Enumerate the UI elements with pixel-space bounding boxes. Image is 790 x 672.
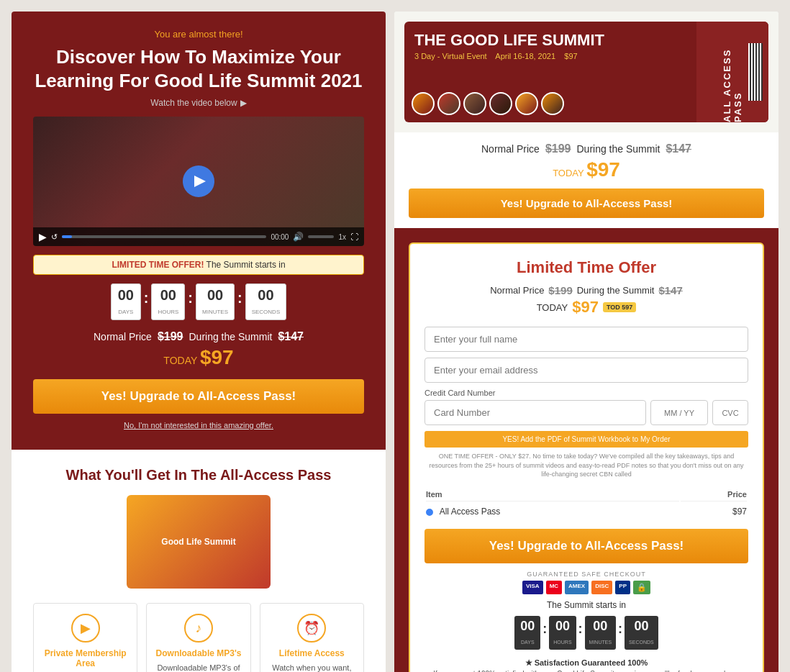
replay-icon[interactable]: ↺ xyxy=(51,232,58,242)
visa-icon: VISA xyxy=(522,581,543,594)
right-pricing-section: Normal Price $199 During the Summit $147… xyxy=(394,132,778,228)
ticket-price: $97 xyxy=(564,52,577,60)
volume-slider[interactable] xyxy=(308,235,334,238)
countdown-hours: 00 HOURS xyxy=(151,283,185,320)
speed-control[interactable]: 1x xyxy=(338,233,346,241)
form-title: Limited Time Offer xyxy=(424,258,748,277)
secure-lock-icon: 🔒 xyxy=(633,581,650,594)
feature-3-title: Lifetime Access xyxy=(266,648,358,658)
paypal-icon: PP xyxy=(615,581,630,594)
cds-sep-3: : xyxy=(618,616,622,650)
order-row: All Access Pass $97 xyxy=(426,503,747,520)
form-pricing: Normal Price $199 During the Summit $147… xyxy=(424,284,748,317)
right-during-price: $147 xyxy=(666,142,691,155)
today-label: TODAY xyxy=(163,355,197,366)
pricing-row-left: Normal Price $199 During the Summit $147 xyxy=(33,330,364,343)
normal-price-value: $199 xyxy=(158,330,183,343)
cc-row xyxy=(424,400,748,425)
right-pricing-row: Normal Price $199 During the Summit $147 xyxy=(409,142,764,155)
cc-exp-input[interactable] xyxy=(650,400,708,425)
countdown-seconds: 00 SECONDS xyxy=(245,283,287,320)
form-today-row: TODAY $97 TOD 597 xyxy=(424,298,748,317)
form-countdown: 00 DAYS : 00 HOURS : 00 MINUTES : 00 SEC… xyxy=(424,616,748,650)
form-today-label: TODAY xyxy=(537,302,568,313)
during-summit-label: During the Summit xyxy=(189,331,272,342)
normal-price-label: Normal Price xyxy=(94,331,152,342)
guarantee-text: If you are not 100% satisfied with your … xyxy=(424,668,748,672)
progress-bar[interactable] xyxy=(62,235,266,238)
watch-video-text: Watch the video below ▶ xyxy=(33,98,364,108)
form-normal-label: Normal Price xyxy=(490,285,544,296)
whats-inside-title: What You'll Get In The All-Access Pass xyxy=(33,467,364,483)
ticket-people xyxy=(412,92,564,115)
form-cd-seconds: 00 SECONDS xyxy=(625,616,658,650)
music-icon: ♪ xyxy=(184,614,213,643)
form-normal-price: $199 xyxy=(548,284,572,296)
form-cd-days: 00 DAYS xyxy=(514,616,540,650)
discover-icon: DISC xyxy=(591,581,612,594)
feature-lifetime: ⏰ Lifetime Access Watch when you want, w… xyxy=(260,603,364,672)
cc-number-input[interactable] xyxy=(424,400,646,425)
right-today-price: TODAY $97 xyxy=(409,158,764,181)
feature-3-desc: Watch when you want, where you want with… xyxy=(266,663,358,672)
video-player[interactable]: ▶ ↺ 00:00 🔊 1x ⛶ xyxy=(33,117,364,246)
amex-icon: AMEX xyxy=(565,581,589,594)
guarantee-title: ★ Satisfaction Guaranteed 100% xyxy=(424,657,748,669)
play-circle-icon: ▶ xyxy=(71,614,100,643)
main-cta-button[interactable]: Yes! Upgrade to All-Access Pass! xyxy=(33,379,364,414)
ticket-dates: April 16-18, 2021 xyxy=(495,52,555,60)
name-input[interactable] xyxy=(424,327,748,352)
countdown-timer: 00 DAYS : 00 HOURS : 00 MINUTES : 00 SEC… xyxy=(33,283,364,320)
play-button[interactable] xyxy=(183,165,214,197)
person-2 xyxy=(437,92,460,115)
fullscreen-icon[interactable]: ⛶ xyxy=(350,232,358,241)
left-top-section: You are almost there! Discover How To Ma… xyxy=(12,12,386,450)
ticket-title: THE GOOD LIFE SUMMIT xyxy=(414,32,686,49)
feature-membership: ▶ Private Membership Area Access to a pr… xyxy=(33,603,137,672)
cc-label: Credit Card Number xyxy=(424,389,748,397)
feature-2-desc: Downloadable MP3's of all summit intervi… xyxy=(153,663,244,672)
person-3 xyxy=(463,92,486,115)
person-4 xyxy=(489,92,512,115)
fine-print: ONE TIME OFFER - ONLY $27. No time to ta… xyxy=(424,452,748,479)
limited-offer-bar: LIMITED TIME OFFER! The Summit starts in xyxy=(33,255,364,275)
form-during-label: During the Summit xyxy=(577,285,655,296)
right-top-section: THE GOOD LIFE SUMMIT 3 Day - Virtual Eve… xyxy=(394,12,778,132)
time-display: 00:00 xyxy=(271,233,289,241)
cds-sep-2: : xyxy=(578,616,583,650)
right-during-label: During the Summit xyxy=(576,143,660,155)
today-price-row: TODAY $97 xyxy=(33,346,364,369)
payment-icons: VISA MC AMEX DISC PP 🔒 xyxy=(424,581,748,594)
volume-icon[interactable]: 🔊 xyxy=(293,232,304,242)
progress-fill xyxy=(62,235,72,238)
play-pause-icon[interactable]: ▶ xyxy=(39,231,47,242)
main-headline: Discover How To Maximize Your Learning F… xyxy=(33,45,364,92)
today-price-value: $97 xyxy=(200,346,234,368)
person-6 xyxy=(541,92,564,115)
cc-cvc-input[interactable] xyxy=(712,400,748,425)
video-controls: ▶ ↺ 00:00 🔊 1x ⛶ xyxy=(33,227,364,246)
lto-label: LIMITED TIME OFFER! xyxy=(112,260,204,270)
features-grid: ▶ Private Membership Area Access to a pr… xyxy=(33,603,364,672)
right-normal-price: $199 xyxy=(545,142,571,155)
form-cd-hours: 00 HOURS xyxy=(549,616,576,650)
no-thanks-link[interactable]: No, I'm not interested in this amazing o… xyxy=(33,421,364,430)
feature-mp3: ♪ Downloadable MP3's Downloadable MP3's … xyxy=(146,603,250,672)
order-price-cell: $97 xyxy=(681,503,747,520)
upsell-checkbox[interactable]: YES! Add the PDF of Summit Workbook to M… xyxy=(424,431,748,448)
feature-1-title: Private Membership Area xyxy=(40,648,131,668)
clock-icon: ⏰ xyxy=(297,614,326,643)
barcode xyxy=(748,43,763,101)
countdown-minutes: 00 MINUTES xyxy=(196,283,235,320)
ticket-meta: 3 Day - Virtual Event April 16-18, 2021 … xyxy=(414,52,686,60)
form-cta-button[interactable]: Yes! Upgrade to All-Access Pass! xyxy=(424,529,748,563)
right-today-label: TODAY xyxy=(553,168,584,178)
right-normal-label: Normal Price xyxy=(481,143,540,155)
order-table: Item Price All Access Pass $97 xyxy=(424,486,748,522)
right-panel: THE GOOD LIFE SUMMIT 3 Day - Virtual Eve… xyxy=(394,12,778,672)
product-mockup: Good Life Summit xyxy=(127,495,271,589)
email-input[interactable] xyxy=(424,358,748,383)
ticket-event-type: 3 Day - Virtual Event xyxy=(414,52,487,60)
right-cta-button[interactable]: Yes! Upgrade to All-Access Pass! xyxy=(409,189,764,218)
cd-sep-3: : xyxy=(237,283,242,320)
